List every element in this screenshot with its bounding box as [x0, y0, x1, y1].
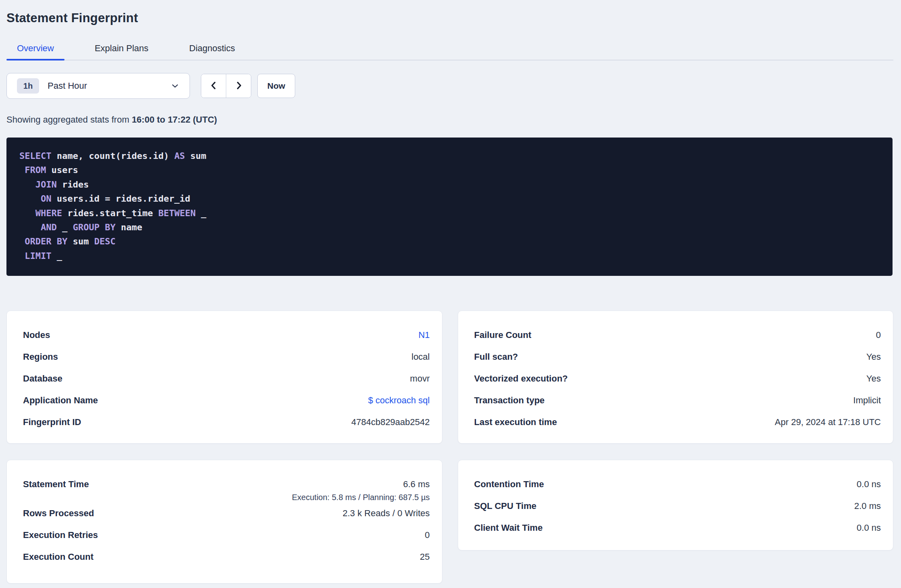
sql-text [19, 222, 41, 232]
info-value: 0 [876, 330, 881, 340]
info-label: Transaction type [474, 395, 545, 406]
info-value: movr [410, 373, 430, 384]
sql-text: _ [51, 251, 62, 261]
info-row-transaction-type: Transaction typeImplicit [474, 390, 881, 411]
info-value: Yes [866, 352, 881, 362]
sql-keyword: AND [41, 222, 57, 232]
info-label: Database [23, 373, 63, 384]
sql-keyword: BETWEEN [158, 208, 196, 218]
sql-line: ORDER BY sum DESC [19, 234, 880, 248]
sql-line: AND _ GROUP BY name [19, 220, 880, 234]
info-row-application-name: Application Name$ cockroach sql [23, 390, 430, 411]
info-label: Contention Time [474, 479, 544, 490]
sql-line: JOIN rides [19, 177, 880, 192]
info-label: Failure Count [474, 330, 532, 340]
sql-text: users [46, 165, 78, 175]
sql-keyword: SELECT [19, 151, 51, 161]
page-title: Statement Fingerprint [6, 12, 893, 25]
sql-line: WHERE rides.start_time BETWEEN _ [19, 206, 880, 220]
aggregated-stats-line: Showing aggregated stats from 16:00 to 1… [6, 115, 893, 124]
sql-text: sum [67, 236, 94, 246]
info-value: Apr 29, 2024 at 17:18 UTC [775, 417, 881, 427]
stats-card-left: Statement Time6.6 msExecution: 5.8 ms / … [6, 460, 442, 584]
sql-text: rides.start_time [62, 208, 158, 218]
sql-text: _ [196, 208, 206, 218]
tab-overview[interactable]: Overview [6, 43, 65, 60]
info-row-rows-processed: Rows Processed2.3 k Reads / 0 Writes [23, 503, 430, 524]
metadata-card-left: NodesN1RegionslocalDatabasemovrApplicati… [6, 311, 442, 444]
info-value: Implicit [853, 395, 881, 406]
sql-keyword: LIMIT [25, 251, 51, 261]
next-time-range-button[interactable] [226, 74, 251, 98]
sql-text [19, 165, 25, 175]
time-range-picker[interactable]: 1h Past Hour [6, 73, 190, 99]
sql-line: ON users.id = rides.rider_id [19, 192, 880, 206]
sql-keyword: ON [41, 194, 52, 204]
info-row-failure-count: Failure Count0 [474, 324, 881, 346]
sql-text: sum [185, 151, 206, 161]
sql-text [19, 251, 25, 261]
time-range-label: Past Hour [48, 81, 87, 91]
sql-keyword: GROUP BY [73, 222, 115, 232]
tab-diagnostics[interactable]: Diagnostics [179, 43, 246, 60]
info-row-execution-retries: Execution Retries0 [23, 524, 430, 546]
info-value: 0.0 ns [857, 523, 881, 533]
statement-fingerprint-page: Statement Fingerprint OverviewExplain Pl… [0, 0, 901, 584]
now-button[interactable]: Now [257, 74, 295, 98]
sql-keyword: WHERE [35, 208, 62, 218]
info-row-database: Databasemovr [23, 368, 430, 390]
chevron-right-icon [234, 80, 244, 92]
info-value: 0.0 ns [857, 479, 881, 490]
time-range-badge: 1h [17, 78, 39, 94]
sql-text [19, 236, 25, 246]
metadata-cards-row: NodesN1RegionslocalDatabasemovrApplicati… [6, 311, 893, 444]
info-label: Last execution time [474, 417, 557, 427]
info-label: Statement Time [23, 479, 89, 490]
info-label: Client Wait Time [474, 523, 543, 533]
info-label: Nodes [23, 330, 50, 340]
info-value: 6.6 ms [403, 479, 430, 490]
info-row-last-execution-time: Last execution timeApr 29, 2024 at 17:18… [474, 411, 881, 433]
info-row-full-scan: Full scan?Yes [474, 346, 881, 368]
info-label: Vectorized execution? [474, 373, 568, 384]
sql-text: _ [57, 222, 73, 232]
info-row-client-wait-time: Client Wait Time0.0 ns [474, 517, 881, 539]
info-value-link[interactable]: $ cockroach sql [368, 395, 430, 406]
info-value: local [411, 352, 430, 362]
info-value: 25 [420, 552, 430, 562]
tab-bar: OverviewExplain PlansDiagnostics [6, 43, 893, 60]
sql-text: rides [57, 179, 89, 190]
sql-text: users.id = rides.rider_id [51, 194, 190, 204]
info-value: 0 [425, 530, 430, 540]
sql-line: SELECT name, count(rides.id) AS sum [19, 149, 880, 163]
info-value: 4784cb829aab2542 [351, 417, 430, 427]
stats-card-right: Contention Time0.0 nsSQL CPU Time2.0 msC… [458, 460, 894, 550]
sql-line: FROM users [19, 163, 880, 177]
info-row-nodes: NodesN1 [23, 324, 430, 346]
info-row-sql-cpu-time: SQL CPU Time2.0 ms [474, 495, 881, 517]
sql-line: LIMIT _ [19, 249, 880, 263]
sql-keyword: FROM [25, 165, 46, 175]
info-label: SQL CPU Time [474, 501, 536, 511]
info-label: Rows Processed [23, 508, 94, 519]
chevron-left-icon [209, 80, 219, 92]
info-label: Execution Retries [23, 530, 98, 540]
time-toolbar: 1h Past Hour [6, 73, 893, 99]
info-value-link[interactable]: N1 [418, 330, 430, 340]
info-label: Application Name [23, 395, 98, 406]
info-row-execution-count: Execution Count25 [23, 546, 430, 568]
sql-statement-box: SELECT name, count(rides.id) AS sum FROM… [6, 138, 893, 276]
info-value: Yes [866, 373, 881, 384]
info-label: Fingerprint ID [23, 417, 81, 427]
info-value: 2.3 k Reads / 0 Writes [342, 508, 430, 519]
previous-time-range-button[interactable] [201, 74, 226, 98]
aggregated-stats-prefix: Showing aggregated stats from [6, 115, 132, 125]
sql-statement-code: SELECT name, count(rides.id) AS sum FROM… [19, 149, 880, 263]
sql-keyword: JOIN [35, 179, 57, 190]
sql-text: name [115, 222, 142, 232]
tab-explain-plans[interactable]: Explain Plans [84, 43, 159, 60]
aggregated-stats-range: 16:00 to 17:22 (UTC) [132, 115, 217, 125]
info-value: 2.0 ms [854, 501, 881, 511]
sql-text [19, 179, 35, 190]
sql-text [19, 194, 41, 204]
